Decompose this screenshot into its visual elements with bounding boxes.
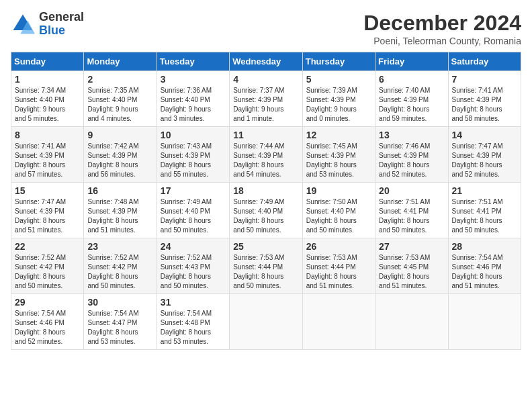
day-info: Sunrise: 7:37 AM Sunset: 4:39 PM Dayligh… xyxy=(233,86,298,124)
day-number: 5 xyxy=(306,74,371,85)
col-header-monday: Monday xyxy=(84,52,157,71)
day-info: Sunrise: 7:40 AM Sunset: 4:39 PM Dayligh… xyxy=(379,86,444,124)
calendar-cell: 21Sunrise: 7:51 AM Sunset: 4:41 PM Dayli… xyxy=(448,183,521,238)
page-subtitle: Poeni, Teleorman County, Romania xyxy=(363,36,521,46)
week-row-5: 29Sunrise: 7:54 AM Sunset: 4:46 PM Dayli… xyxy=(11,294,521,350)
day-info: Sunrise: 7:54 AM Sunset: 4:46 PM Dayligh… xyxy=(15,309,80,347)
day-info: Sunrise: 7:41 AM Sunset: 4:39 PM Dayligh… xyxy=(452,86,517,124)
title-block: December 2024 Poeni, Teleorman County, R… xyxy=(363,11,521,46)
day-number: 18 xyxy=(233,185,298,196)
day-info: Sunrise: 7:52 AM Sunset: 4:43 PM Dayligh… xyxy=(161,253,226,291)
day-info: Sunrise: 7:53 AM Sunset: 4:44 PM Dayligh… xyxy=(233,253,298,291)
day-info: Sunrise: 7:44 AM Sunset: 4:39 PM Dayligh… xyxy=(233,142,298,179)
day-number: 11 xyxy=(233,130,298,140)
day-number: 12 xyxy=(306,130,371,140)
day-info: Sunrise: 7:39 AM Sunset: 4:39 PM Dayligh… xyxy=(306,86,371,124)
day-number: 15 xyxy=(15,185,80,196)
page-title: December 2024 xyxy=(363,11,521,36)
day-info: Sunrise: 7:34 AM Sunset: 4:40 PM Dayligh… xyxy=(15,86,80,124)
day-info: Sunrise: 7:49 AM Sunset: 4:40 PM Dayligh… xyxy=(161,197,226,235)
day-info: Sunrise: 7:42 AM Sunset: 4:39 PM Dayligh… xyxy=(87,142,152,179)
day-number: 19 xyxy=(306,185,371,196)
col-header-wednesday: Wednesday xyxy=(230,52,302,71)
calendar-cell: 17Sunrise: 7:49 AM Sunset: 4:40 PM Dayli… xyxy=(157,183,229,238)
day-info: Sunrise: 7:46 AM Sunset: 4:39 PM Dayligh… xyxy=(379,142,444,179)
day-number: 27 xyxy=(379,241,444,252)
calendar-cell xyxy=(230,294,302,350)
day-number: 6 xyxy=(379,74,444,85)
calendar-cell: 2Sunrise: 7:35 AM Sunset: 4:40 PM Daylig… xyxy=(84,71,157,127)
calendar-table: SundayMondayTuesdayWednesdayThursdayFrid… xyxy=(11,52,521,350)
calendar-cell: 26Sunrise: 7:53 AM Sunset: 4:44 PM Dayli… xyxy=(302,238,375,294)
calendar-cell: 11Sunrise: 7:44 AM Sunset: 4:39 PM Dayli… xyxy=(230,127,302,183)
day-info: Sunrise: 7:35 AM Sunset: 4:40 PM Dayligh… xyxy=(87,86,152,124)
day-number: 31 xyxy=(161,297,226,308)
week-row-2: 8Sunrise: 7:41 AM Sunset: 4:39 PM Daylig… xyxy=(11,127,521,183)
calendar-cell: 30Sunrise: 7:54 AM Sunset: 4:47 PM Dayli… xyxy=(84,294,157,350)
calendar-cell: 22Sunrise: 7:52 AM Sunset: 4:42 PM Dayli… xyxy=(11,238,84,294)
day-info: Sunrise: 7:48 AM Sunset: 4:39 PM Dayligh… xyxy=(87,197,152,235)
col-header-sunday: Sunday xyxy=(11,52,84,71)
day-number: 21 xyxy=(452,185,517,196)
calendar-cell: 15Sunrise: 7:47 AM Sunset: 4:39 PM Dayli… xyxy=(11,183,84,238)
col-header-friday: Friday xyxy=(375,52,448,71)
day-info: Sunrise: 7:53 AM Sunset: 4:45 PM Dayligh… xyxy=(379,253,444,291)
day-number: 14 xyxy=(452,130,517,140)
calendar-cell: 27Sunrise: 7:53 AM Sunset: 4:45 PM Dayli… xyxy=(375,238,448,294)
day-number: 17 xyxy=(161,185,226,196)
day-number: 20 xyxy=(379,185,444,196)
day-info: Sunrise: 7:43 AM Sunset: 4:39 PM Dayligh… xyxy=(161,142,226,179)
day-info: Sunrise: 7:49 AM Sunset: 4:40 PM Dayligh… xyxy=(233,197,298,235)
day-number: 24 xyxy=(161,241,226,252)
day-number: 3 xyxy=(161,74,226,85)
week-row-1: 1Sunrise: 7:34 AM Sunset: 4:40 PM Daylig… xyxy=(11,71,521,127)
calendar-cell: 14Sunrise: 7:47 AM Sunset: 4:39 PM Dayli… xyxy=(448,127,521,183)
calendar-cell: 8Sunrise: 7:41 AM Sunset: 4:39 PM Daylig… xyxy=(11,127,84,183)
calendar-cell: 25Sunrise: 7:53 AM Sunset: 4:44 PM Dayli… xyxy=(230,238,302,294)
day-number: 4 xyxy=(233,74,298,85)
day-number: 7 xyxy=(452,74,517,85)
calendar-cell: 3Sunrise: 7:36 AM Sunset: 4:40 PM Daylig… xyxy=(157,71,229,127)
day-info: Sunrise: 7:52 AM Sunset: 4:42 PM Dayligh… xyxy=(87,253,152,291)
day-number: 23 xyxy=(87,241,152,252)
logo-general-text: General xyxy=(39,11,84,24)
day-number: 13 xyxy=(379,130,444,140)
day-info: Sunrise: 7:52 AM Sunset: 4:42 PM Dayligh… xyxy=(15,253,80,291)
day-info: Sunrise: 7:51 AM Sunset: 4:41 PM Dayligh… xyxy=(452,197,517,235)
day-info: Sunrise: 7:54 AM Sunset: 4:47 PM Dayligh… xyxy=(87,309,152,347)
logo-blue-text: Blue xyxy=(39,24,84,38)
day-info: Sunrise: 7:54 AM Sunset: 4:48 PM Dayligh… xyxy=(161,309,226,347)
calendar-cell xyxy=(448,294,521,350)
day-number: 30 xyxy=(87,297,152,308)
day-info: Sunrise: 7:47 AM Sunset: 4:39 PM Dayligh… xyxy=(15,197,80,235)
day-info: Sunrise: 7:51 AM Sunset: 4:41 PM Dayligh… xyxy=(379,197,444,235)
calendar-cell: 5Sunrise: 7:39 AM Sunset: 4:39 PM Daylig… xyxy=(302,71,375,127)
calendar-cell: 29Sunrise: 7:54 AM Sunset: 4:46 PM Dayli… xyxy=(11,294,84,350)
logo-icon xyxy=(11,12,35,36)
day-number: 9 xyxy=(87,130,152,140)
day-number: 25 xyxy=(233,241,298,252)
calendar-cell: 4Sunrise: 7:37 AM Sunset: 4:39 PM Daylig… xyxy=(230,71,302,127)
calendar-cell: 16Sunrise: 7:48 AM Sunset: 4:39 PM Dayli… xyxy=(84,183,157,238)
calendar-cell: 6Sunrise: 7:40 AM Sunset: 4:39 PM Daylig… xyxy=(375,71,448,127)
calendar-cell: 10Sunrise: 7:43 AM Sunset: 4:39 PM Dayli… xyxy=(157,127,229,183)
week-row-4: 22Sunrise: 7:52 AM Sunset: 4:42 PM Dayli… xyxy=(11,238,521,294)
day-number: 8 xyxy=(15,130,80,140)
calendar-cell: 19Sunrise: 7:50 AM Sunset: 4:40 PM Dayli… xyxy=(302,183,375,238)
calendar-header-row: SundayMondayTuesdayWednesdayThursdayFrid… xyxy=(11,52,521,71)
page-header: General Blue December 2024 Poeni, Teleor… xyxy=(11,11,521,46)
calendar-body: 1Sunrise: 7:34 AM Sunset: 4:40 PM Daylig… xyxy=(11,71,521,350)
day-info: Sunrise: 7:54 AM Sunset: 4:46 PM Dayligh… xyxy=(452,253,517,291)
logo: General Blue xyxy=(11,11,84,38)
col-header-saturday: Saturday xyxy=(448,52,521,71)
col-header-tuesday: Tuesday xyxy=(157,52,229,71)
calendar-cell: 12Sunrise: 7:45 AM Sunset: 4:39 PM Dayli… xyxy=(302,127,375,183)
calendar-cell: 18Sunrise: 7:49 AM Sunset: 4:40 PM Dayli… xyxy=(230,183,302,238)
day-number: 26 xyxy=(306,241,371,252)
calendar-cell xyxy=(302,294,375,350)
day-info: Sunrise: 7:45 AM Sunset: 4:39 PM Dayligh… xyxy=(306,142,371,179)
week-row-3: 15Sunrise: 7:47 AM Sunset: 4:39 PM Dayli… xyxy=(11,183,521,238)
day-number: 10 xyxy=(161,130,226,140)
day-info: Sunrise: 7:41 AM Sunset: 4:39 PM Dayligh… xyxy=(15,142,80,179)
calendar-cell: 31Sunrise: 7:54 AM Sunset: 4:48 PM Dayli… xyxy=(157,294,229,350)
